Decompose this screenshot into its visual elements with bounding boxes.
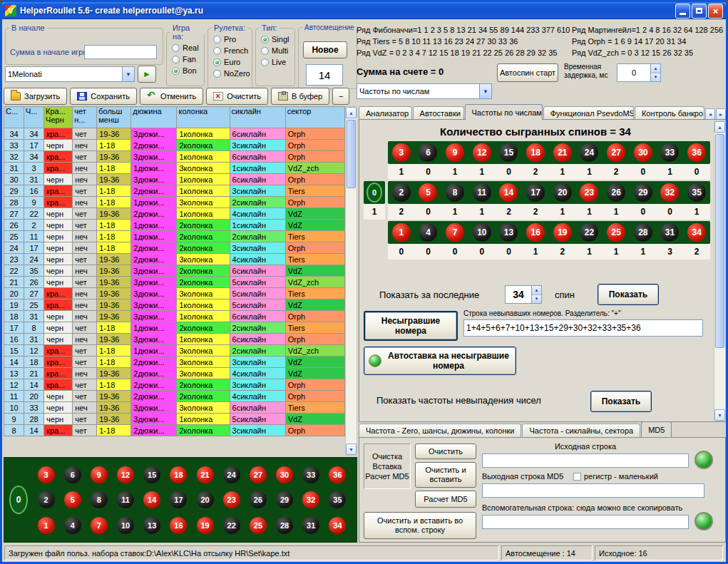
table-row[interactable]: 1033черннеч19-363дюжи...3колонка6сиклайн… xyxy=(4,402,345,414)
column-header[interactable]: Ч... xyxy=(24,107,44,128)
tab-item[interactable]: Функционал PsevdoMS xyxy=(543,106,634,120)
red-number[interactable]: 3 xyxy=(38,466,55,483)
tab-item[interactable]: MD5 xyxy=(641,421,672,437)
clear-button[interactable]: Очистить xyxy=(206,88,268,105)
black-number[interactable]: 31 xyxy=(302,517,319,534)
table-row[interactable]: 1418кра...чет1-182дюжи...3колонка3сиклай… xyxy=(4,357,345,368)
table-row[interactable]: 928чернчет19-363дюжи...1колонка5сиклайнV… xyxy=(4,414,345,425)
chevron-down-icon[interactable]: ▼ xyxy=(479,84,491,98)
play-button[interactable]: ► xyxy=(138,66,156,83)
table-scrollbar[interactable]: ▲ ▼ xyxy=(345,106,357,456)
table-row[interactable]: 814кра...чет1-182дюжи...2колонка3сиклайн… xyxy=(4,425,345,436)
md5-source-run-button[interactable] xyxy=(694,451,713,469)
scroll-up-icon[interactable]: ▲ xyxy=(346,107,357,118)
unplayed-numbers-button[interactable]: Несыгравшие номера xyxy=(364,311,458,341)
spin-down-icon[interactable]: ▼ xyxy=(532,295,541,304)
red-number[interactable]: 1 xyxy=(38,517,55,534)
scroll-down-icon[interactable]: ▼ xyxy=(346,443,357,455)
black-number[interactable]: 11 xyxy=(117,491,134,508)
show-last-button[interactable]: Показать xyxy=(598,284,659,305)
red-number[interactable]: 12 xyxy=(117,466,134,483)
md5-output-input[interactable] xyxy=(482,483,704,498)
close-button[interactable]: × xyxy=(708,4,723,19)
red-number[interactable]: 18 xyxy=(170,466,187,483)
black-number[interactable]: 26 xyxy=(250,491,267,508)
last-spins-spinner[interactable]: 34 ▲▼ xyxy=(505,285,542,304)
table-row[interactable]: 2916кра...чет1-182дюжи...1колонка3сиклай… xyxy=(4,185,345,197)
table-row[interactable]: 1831черннеч19-363дюжи...1колонка6сиклайн… xyxy=(4,311,345,322)
black-number[interactable]: 17 xyxy=(170,491,187,508)
black-number[interactable]: 33 xyxy=(302,466,319,483)
red-number[interactable]: 19 xyxy=(197,517,214,534)
save-button[interactable]: Сохранить xyxy=(70,88,137,105)
black-number[interactable]: 2 xyxy=(38,491,55,508)
table-row[interactable]: 1214кра...чет1-182дюжи...2колонка3сиклай… xyxy=(4,379,345,391)
column-header[interactable]: четн... xyxy=(73,107,97,128)
black-number[interactable]: 15 xyxy=(143,466,160,483)
table-row[interactable]: 1631черннеч19-363дюжи...1колонка6сиклайн… xyxy=(4,334,345,345)
radio-option[interactable]: Pro xyxy=(213,35,252,43)
red-number[interactable]: 34 xyxy=(329,517,346,534)
md5-calc-button[interactable]: Расчет MD5 xyxy=(415,491,476,508)
black-number[interactable]: 24 xyxy=(223,466,240,483)
red-number[interactable]: 5 xyxy=(64,491,81,508)
md5-clear-paste-button[interactable]: Очистить и вставить xyxy=(415,462,476,488)
black-number[interactable]: 8 xyxy=(91,491,108,508)
new-offset-button[interactable]: Новое xyxy=(303,41,347,58)
red-number[interactable]: 23 xyxy=(223,491,240,508)
table-row[interactable]: 2235черннеч19-363дюжи...2колонка6сиклайн… xyxy=(4,265,345,277)
delay-spinner[interactable]: 0 ▲▼ xyxy=(617,63,661,82)
table-row[interactable]: 1120чернчет19-362дюжи...2колонка4сиклайн… xyxy=(4,391,345,402)
table-row[interactable]: 2722чернчет19-362дюжи...1колонка4сиклайн… xyxy=(4,208,345,220)
collapse-button[interactable]: − xyxy=(332,88,349,105)
autobet-unplayed-button[interactable]: Автоставка на несыгравшие номера xyxy=(364,347,516,375)
tab-scroll-right-icon[interactable]: ► xyxy=(716,108,726,120)
column-header[interactable]: Кра...Черн xyxy=(44,107,73,128)
radio-option[interactable]: Multi xyxy=(261,46,294,55)
column-header[interactable]: большменш xyxy=(97,107,131,128)
black-number[interactable]: 13 xyxy=(143,517,160,534)
column-header[interactable]: сиклайн xyxy=(230,107,285,128)
start-sum-input[interactable] xyxy=(84,45,157,59)
table-row[interactable]: 2324чернчет19-362дюжи...3колонка4сиклайн… xyxy=(4,254,345,265)
tab-scroll-left-icon[interactable]: ◄ xyxy=(705,108,715,120)
autospin-start-button[interactable]: Автоспин старт xyxy=(497,63,558,82)
black-number[interactable]: 35 xyxy=(329,491,346,508)
table-row[interactable]: 3234кра...чет19-363дюжи...1колонка6сикла… xyxy=(4,151,345,163)
md5-clear-paste-aux-button[interactable]: Очистить и вставить во вспом. строку xyxy=(364,512,476,539)
preset-select[interactable]: 1Melonati ▼ xyxy=(5,66,135,82)
red-number[interactable]: 16 xyxy=(170,517,187,534)
table-row[interactable]: 313кра...неч1-181дюжи...3колонка1сиклайн… xyxy=(4,163,345,174)
to-buffer-button[interactable]: В буфер xyxy=(271,88,329,105)
red-number[interactable]: 7 xyxy=(91,517,108,534)
table-row[interactable]: 2417черннеч1-182дюжи...2колонка3сиклайнO… xyxy=(4,242,345,254)
red-number[interactable]: 27 xyxy=(250,466,267,483)
column-header[interactable]: колонка xyxy=(177,107,230,128)
radio-option[interactable]: Bon xyxy=(172,66,204,75)
scroll-down-icon[interactable]: ▼ xyxy=(714,409,725,421)
radio-option[interactable]: Live xyxy=(261,58,294,66)
red-number[interactable]: 14 xyxy=(143,491,160,508)
spin-up-icon[interactable]: ▲ xyxy=(532,286,541,295)
show-freq-button[interactable]: Показать xyxy=(590,391,652,412)
load-button[interactable]: Загрузить xyxy=(4,88,67,105)
table-row[interactable]: 3031черннеч19-363дюжи...1колонка6сиклайн… xyxy=(4,174,345,185)
table-row[interactable]: 1512кра...чет1-181дюжи...3колонка2сиклай… xyxy=(4,345,345,357)
black-number[interactable]: 10 xyxy=(117,517,134,534)
tab-item[interactable]: Частота - сиклайны, сектора xyxy=(522,424,640,437)
radio-option[interactable]: Fan xyxy=(172,55,204,63)
unplayed-string-input[interactable] xyxy=(463,319,703,337)
checkbox-icon[interactable] xyxy=(573,473,581,481)
minimize-button[interactable] xyxy=(675,4,690,19)
maximize-button[interactable] xyxy=(692,4,707,19)
column-header[interactable]: С... xyxy=(4,107,24,128)
black-number[interactable]: 20 xyxy=(197,491,214,508)
panel-scrollbar[interactable]: ▲ ▼ xyxy=(714,121,726,421)
black-number[interactable]: 28 xyxy=(276,517,293,534)
table-row[interactable]: 1321кра...неч19-362дюжи...3колонка4сикла… xyxy=(4,368,345,379)
radio-option[interactable]: French xyxy=(213,46,252,55)
table-row[interactable]: 289кра...неч1-181дюжи...3колонка2сиклайн… xyxy=(4,197,345,208)
radio-option[interactable]: NoZero xyxy=(213,69,252,78)
zero-number[interactable]: 0 xyxy=(9,486,28,514)
table-row[interactable]: 3317черннеч1-182дюжи...2колонка3сиклайнO… xyxy=(4,140,345,151)
